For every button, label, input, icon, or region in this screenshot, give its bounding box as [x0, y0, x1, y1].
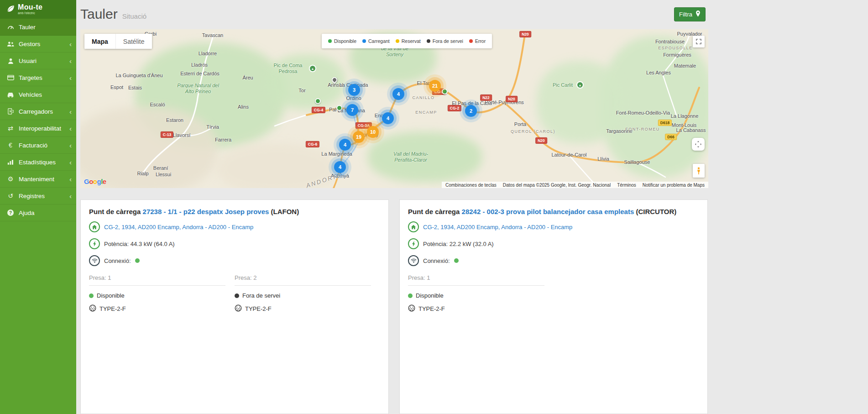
map-type-satellite-button[interactable]: Satélite [115, 34, 152, 49]
google-logo[interactable]: Google [84, 178, 106, 185]
marker-cluster[interactable]: 4 [334, 161, 346, 173]
charger-icon [5, 108, 16, 115]
marker-cluster[interactable]: 19 [353, 131, 365, 143]
sidebar-item-label: Ajuda [19, 210, 35, 216]
power-text: Potència: 44.3 kW (64.0 A) [104, 241, 175, 247]
card-title-prefix: Punt de càrrega [89, 208, 143, 215]
sidebar-item-label: Targetes [19, 74, 42, 81]
app-logo[interactable]: Mou-te amb l'elèctric [0, 0, 76, 19]
marker-charger-pin[interactable] [336, 105, 342, 111]
marker-cluster[interactable]: 2 [465, 105, 477, 117]
sidebar-item-vehicles[interactable]: Vehícles [0, 86, 76, 103]
socket-column: Presa: 1DisponibleTYPE-2-F [89, 274, 235, 313]
sidebar-item-label: Vehícles [19, 91, 42, 98]
marker-cluster[interactable]: 4 [382, 112, 394, 124]
sidebar-item-interoperabilitat[interactable]: ⇄Interoperabilitat‹ [0, 120, 76, 137]
marker-charger-pin[interactable] [315, 98, 321, 104]
marker-cluster[interactable]: 4 [339, 139, 351, 151]
sockets-row: Presa: 1DisponibleTYPE-2-FPresa: 2Fora d… [89, 274, 380, 313]
connection-status-dot [135, 258, 140, 263]
sidebar-item-label: Registres [19, 193, 45, 199]
sidebar-item-targetes[interactable]: Targetes‹ [0, 69, 76, 86]
attribution-link[interactable]: Combinaciones de teclas [445, 183, 497, 188]
mountain-peak-icon: ▲ [576, 81, 584, 89]
marker-cluster[interactable]: 4 [392, 88, 404, 100]
sidebar-item-ajuda[interactable]: ?Ajuda [0, 204, 76, 221]
socket-status: Disponible [89, 292, 225, 299]
chevron-left-icon: ‹ [69, 74, 72, 81]
connection-label: Connexió: [104, 257, 131, 264]
sidebar-item-registres[interactable]: ↺Registres‹ [0, 188, 76, 204]
location-row: CG-2, 1934, AD200 Encamp, Andorra - AD20… [89, 221, 380, 232]
legend-status-dot [396, 39, 399, 43]
map-type-map-button[interactable]: Mapa [84, 34, 115, 49]
chevron-left-icon: ‹ [69, 41, 72, 47]
chevron-left-icon: ‹ [69, 125, 72, 132]
fullscreen-button[interactable] [693, 36, 705, 47]
sockets-row: Presa: 1DisponibleTYPE-2-F [408, 274, 699, 313]
sidebar-item-facturacio[interactable]: €Facturació‹ [0, 137, 76, 154]
gauge-icon [5, 24, 16, 31]
card-title: Punt de càrrega 28242 - 002-3 prova pilo… [408, 208, 699, 215]
charge-point-card: Punt de càrrega 28242 - 002-3 prova pilo… [399, 199, 708, 414]
filter-button[interactable]: Filtra [674, 7, 706, 21]
road-shield: N22 [480, 94, 492, 101]
sidebar-item-gestors[interactable]: Gestors‹ [0, 36, 76, 52]
road-shield: D66 [665, 134, 677, 140]
map-legend: DisponibleCarregantReservatFora de serve… [322, 34, 492, 48]
connector-type2-icon [408, 304, 415, 313]
bolt-icon [89, 238, 100, 249]
marker-cluster[interactable]: 7 [346, 104, 358, 116]
marker-cluster[interactable]: 3 [348, 84, 360, 96]
location-link[interactable]: CG-2, 1934, AD200 Encamp, Andorra - AD20… [104, 224, 253, 231]
connector-type-text: TYPE-2-F [418, 305, 445, 312]
map-canvas[interactable]: CerbiTavascanLladorreLladrósEsterri de C… [80, 29, 708, 188]
legend-item: Reservat [396, 38, 421, 44]
help-icon: ? [5, 210, 16, 216]
location-link[interactable]: CG-2, 1934, AD200 Encamp, Andorra - AD20… [423, 224, 572, 231]
divider [408, 285, 544, 286]
connector-type2-icon [89, 304, 96, 313]
sidebar-item-usuari[interactable]: Usuari‹ [0, 52, 76, 69]
page-subtitle: Situació [122, 12, 146, 20]
road-shield: CG-4 [312, 107, 325, 113]
sidebar-item-manteniment[interactable]: ⚙Manteniment‹ [0, 171, 76, 188]
road-shield: CG-2 [448, 105, 461, 111]
user-icon [5, 58, 16, 64]
sidebar-item-tauler[interactable]: Tauler [0, 19, 76, 36]
socket-status-text: Disponible [416, 292, 444, 299]
marker-cluster[interactable]: 21 [429, 80, 441, 92]
pegman-button[interactable] [693, 164, 705, 178]
attribution-link[interactable]: Términos [617, 183, 636, 188]
road-shield: C-13 [161, 131, 173, 138]
sidebar-item-carregadors[interactable]: Carregadors‹ [0, 103, 76, 120]
map-type-control: Mapa Satélite [84, 34, 152, 49]
connection-status-dot [454, 258, 459, 263]
sidebar-item-label: Usuari [19, 58, 37, 64]
wifi-icon [89, 255, 100, 266]
euro-icon: € [5, 141, 16, 149]
charge-point-link[interactable]: 27238 - 1/1 - p22 despatx Josep proves [143, 208, 269, 215]
connector-type2-icon [235, 304, 242, 313]
sidebar-item-estadistiques[interactable]: Estadístiques‹ [0, 154, 76, 171]
pan-control[interactable] [692, 138, 705, 151]
charge-point-link[interactable]: 28242 - 002-3 prova pilot balancejador c… [462, 208, 634, 215]
socket-status-dot [408, 293, 413, 298]
legend-label: Disponible [334, 38, 356, 44]
credit-card-icon [5, 75, 16, 80]
connector-type-text: TYPE-2-F [245, 305, 272, 312]
marker-charger-pin[interactable] [442, 89, 448, 94]
chevron-left-icon: ‹ [69, 176, 72, 183]
attribution-link[interactable]: Notificar un problema de Maps [643, 183, 705, 188]
filter-button-label: Filtra [679, 11, 692, 18]
connection-label: Connexió: [423, 257, 450, 264]
marker-cluster[interactable]: 10 [367, 126, 379, 138]
sidebar-item-label: Manteniment [19, 176, 54, 183]
legend-item: Fora de servei [427, 38, 463, 44]
chevron-left-icon: ‹ [69, 142, 72, 149]
connector-row: TYPE-2-F [89, 304, 225, 313]
socket-column: Presa: 1DisponibleTYPE-2-F [408, 274, 554, 313]
road-shield: N20 [519, 31, 531, 37]
car-icon [5, 92, 16, 98]
house-icon [89, 221, 100, 232]
